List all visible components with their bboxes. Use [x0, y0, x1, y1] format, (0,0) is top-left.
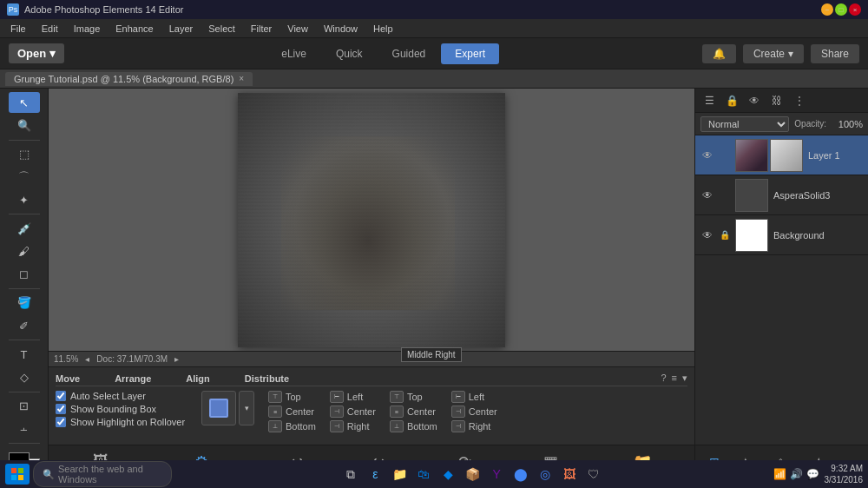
tab-quick[interactable]: Quick [322, 43, 377, 64]
distribute-top-button[interactable]: ⊤ Top [390, 391, 437, 403]
create-button[interactable]: Create ▾ [743, 44, 804, 63]
taskbar-task-view[interactable]: ⧉ [340, 464, 361, 485]
document-tab[interactable]: Grunge Tutorial.psd @ 11.5% (Background,… [5, 72, 253, 86]
arrange-dropdown[interactable]: ▾ [239, 391, 254, 425]
collapse-icon[interactable]: ▾ [682, 373, 687, 384]
tool-clone-stamp[interactable]: ✐ [9, 315, 40, 336]
tray-volume-icon[interactable]: 🔊 [790, 468, 803, 480]
tool-zoom[interactable]: 🔍 [9, 115, 40, 135]
canvas-area: 11.5% ◂ Doc: 37.1M/70.3M ▸ [49, 89, 694, 366]
menu-window[interactable]: Window [317, 22, 365, 36]
align-center-h-button[interactable]: ⊣ Center [330, 406, 376, 418]
layer-visibility-eye-layer1[interactable]: 👁 [700, 148, 714, 162]
distribute-bottom-button[interactable]: ⊥ Bottom [390, 420, 437, 432]
taskbar-search[interactable]: 🔍 Search the web and Windows [33, 461, 172, 487]
bell-icon[interactable]: 🔔 [702, 44, 736, 63]
taskbar-chrome[interactable]: ◎ [535, 464, 556, 485]
share-button[interactable]: Share [811, 44, 859, 63]
tool-move[interactable]: ↖ [9, 92, 40, 113]
layer-item-background[interactable]: 👁 🔒 Background [695, 215, 868, 255]
tool-options-panel: Move Arrange Align Distribute ? ≡ ▾ Auto… [49, 366, 694, 445]
tray-action-center-icon[interactable]: 💬 [806, 468, 819, 480]
tool-straighten[interactable]: ⫠ [9, 419, 40, 439]
status-arrow-right[interactable]: ▸ [174, 354, 179, 364]
distribute-center-v-button[interactable]: ≡ Center [390, 406, 437, 418]
tool-lasso[interactable]: ⌒ [9, 167, 40, 188]
more-icon[interactable]: ≡ [672, 373, 677, 384]
close-button[interactable]: × [849, 3, 861, 16]
menu-help[interactable]: Help [366, 22, 400, 36]
align-center-v-button[interactable]: ≡ Center [268, 406, 316, 418]
taskbar-photos[interactable]: 🖼 [559, 464, 580, 485]
tool-eyedropper[interactable]: 💉 [9, 218, 40, 239]
taskbar-dropbox[interactable]: ◆ [437, 464, 458, 485]
tab-elive[interactable]: eLive [267, 43, 320, 64]
taskbar-security[interactable]: 🛡 [583, 464, 604, 485]
menu-view[interactable]: View [280, 22, 315, 36]
tool-brush[interactable]: 🖌 [9, 241, 40, 261]
taskbar-yahoo[interactable]: Y [486, 464, 507, 485]
tray-network-icon[interactable]: 📶 [773, 468, 786, 480]
taskbar-edge[interactable]: ε [365, 464, 385, 485]
taskbar-app2[interactable]: ⬤ [510, 464, 531, 485]
blend-mode-select[interactable]: Normal Multiply Screen Overlay [700, 116, 789, 132]
panel-eye-icon[interactable]: 👁 [744, 91, 765, 110]
panel-link-icon[interactable]: ⛓ [766, 91, 787, 110]
menu-file[interactable]: File [3, 22, 33, 36]
tab-expert[interactable]: Expert [441, 43, 499, 64]
tool-eraser[interactable]: ◻ [9, 264, 40, 285]
menu-select[interactable]: Select [201, 22, 242, 36]
menu-filter[interactable]: Filter [244, 22, 279, 36]
tool-magic-wand[interactable]: ✦ [9, 189, 40, 210]
align-left-button[interactable]: ⊢ Left [330, 391, 376, 403]
layer-item-aspera[interactable]: 👁 AsperaSolid3 [695, 175, 868, 215]
tool-marquee[interactable]: ⬚ [9, 143, 40, 164]
tool-paint-bucket[interactable]: 🪣 [9, 293, 40, 313]
auto-select-layer-checkbox[interactable] [56, 391, 66, 401]
menu-enhance[interactable]: Enhance [108, 22, 160, 36]
menu-layer[interactable]: Layer [162, 22, 201, 36]
menu-image[interactable]: Image [67, 22, 108, 36]
distribute-right-button[interactable]: ⊣ Right [451, 420, 497, 432]
distribute-left-button[interactable]: ⊢ Left [451, 391, 497, 403]
taskbar-left: 🔍 Search the web and Windows [5, 461, 172, 487]
taskbar-store[interactable]: 🛍 [413, 464, 434, 485]
start-button[interactable] [5, 464, 30, 485]
layer-lock-background[interactable]: 🔒 [720, 230, 730, 241]
distribute-center-h-button[interactable]: ⊣ Center [451, 406, 497, 418]
window-controls[interactable]: − □ × [821, 3, 861, 16]
open-button[interactable]: Open ▾ [9, 43, 64, 63]
panel-more-icon[interactable]: ⋮ [789, 91, 810, 110]
menu-edit[interactable]: Edit [35, 22, 65, 36]
show-highlight-row: Show Highlight on Rollover [56, 417, 194, 427]
layer-visibility-eye-background[interactable]: 👁 [700, 228, 714, 242]
arrange-button-main[interactable] [201, 391, 236, 425]
status-arrow-left[interactable]: ◂ [85, 354, 89, 364]
taskbar-right: 📶 🔊 💬 9:32 AM 3/31/2016 [773, 463, 864, 485]
maximize-button[interactable]: □ [835, 3, 847, 16]
align-top-button[interactable]: ⊤ Top [268, 391, 316, 403]
clock-display[interactable]: 9:32 AM 3/31/2016 [825, 463, 864, 485]
document-tab-close[interactable]: × [239, 74, 244, 83]
options-sections: Move Arrange Align Distribute [56, 373, 289, 384]
help-icon[interactable]: ? [661, 373, 666, 384]
tool-text[interactable]: T [9, 344, 40, 365]
layer-item-layer1[interactable]: 👁 Layer 1 [695, 135, 868, 175]
canvas-container[interactable] [49, 89, 694, 351]
align-right-button[interactable]: ⊣ Right [330, 420, 376, 432]
taskbar-explorer[interactable]: 📁 [389, 464, 410, 485]
show-bounding-box-checkbox[interactable] [56, 404, 66, 414]
minimize-button[interactable]: − [821, 3, 833, 16]
show-highlight-checkbox[interactable] [56, 417, 66, 427]
layer-visibility-eye-aspera[interactable]: 👁 [700, 188, 714, 202]
tab-guided[interactable]: Guided [378, 43, 440, 64]
align-bottom-button[interactable]: ⊥ Bottom [268, 420, 316, 432]
taskbar-amazon[interactable]: 📦 [462, 464, 483, 485]
date-value: 3/31/2016 [825, 474, 864, 485]
tool-shape[interactable]: ◇ [9, 366, 40, 387]
tool-crop[interactable]: ⊡ [9, 395, 40, 416]
canvas-document[interactable] [238, 93, 505, 347]
panel-lock-icon[interactable]: 🔒 [721, 91, 742, 110]
opacity-label: Opacity: [794, 119, 826, 129]
panel-menu-icon[interactable]: ☰ [699, 91, 720, 110]
